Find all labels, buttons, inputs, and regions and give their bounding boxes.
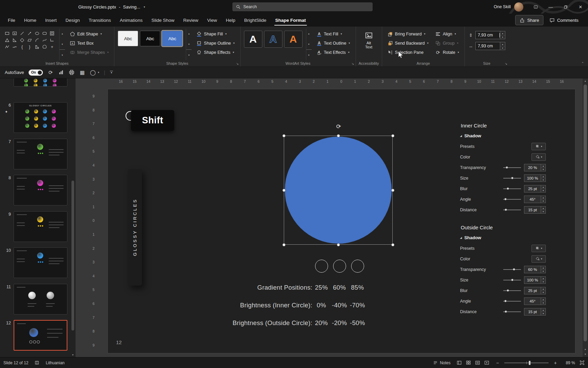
shape-style-preset-2[interactable]: Abc	[140, 31, 160, 46]
transparency-slider[interactable]	[503, 166, 521, 170]
spin-down-icon[interactable]: ▾	[541, 188, 545, 192]
tab-brightslide[interactable]: BrightSlide	[240, 14, 271, 27]
blur-value[interactable]: 25 pt	[524, 287, 541, 294]
selection-pane-button[interactable]: Selection Pane	[386, 48, 431, 57]
tab-file[interactable]: File	[3, 14, 20, 27]
zoom-value[interactable]: 89 %	[562, 361, 575, 365]
gallery-shape[interactable]	[18, 30, 26, 37]
gallery-shape[interactable]	[3, 44, 11, 50]
tab-view[interactable]: View	[203, 14, 222, 27]
chevron-down-icon[interactable]: ▾	[98, 71, 99, 74]
slide-10-thumbnail[interactable]	[14, 247, 67, 278]
shape-style-preset-1[interactable]: Abc	[118, 31, 138, 46]
style-more-icon[interactable]: ▾	[186, 49, 192, 60]
gallery-shape[interactable]	[48, 37, 56, 44]
comments-button[interactable]: Comments	[545, 15, 583, 25]
gallery-shape[interactable]: {	[18, 44, 26, 50]
slideshow-button[interactable]	[483, 359, 491, 367]
spin-down-icon[interactable]: ▾	[541, 311, 545, 315]
gallery-shape[interactable]	[26, 37, 33, 44]
angle-value[interactable]: 45°	[524, 196, 541, 203]
spin-up-icon[interactable]: ▴	[541, 298, 545, 301]
angle-value[interactable]: 45°	[524, 297, 541, 305]
blur-value[interactable]: 25 pt	[524, 185, 541, 193]
autosave-toggle[interactable]: On	[29, 70, 43, 76]
zoom-slider[interactable]	[504, 361, 549, 365]
spin-up-icon[interactable]: ▴	[541, 164, 545, 168]
avatar[interactable]	[514, 2, 523, 12]
gallery-shape[interactable]	[3, 37, 11, 44]
gallery-shape[interactable]	[41, 37, 48, 44]
ribbon-display-options-button[interactable]	[528, 0, 543, 14]
sample-circle[interactable]	[333, 260, 346, 273]
selection-handle[interactable]	[282, 134, 285, 137]
tab-review[interactable]: Review	[179, 14, 202, 27]
shape-outline-button[interactable]: Shape Outline▾	[194, 39, 236, 47]
edit-shape-button[interactable]: Edit Shape▾	[68, 30, 111, 38]
search-input[interactable]: Search	[232, 2, 373, 11]
angle-slider[interactable]	[503, 299, 521, 303]
shape-effects-button[interactable]: Shape Effects▾	[194, 48, 236, 57]
previous-slide-icon[interactable]: ▴	[583, 347, 588, 352]
gallery-shape[interactable]	[48, 30, 56, 37]
slider-knob[interactable]	[511, 177, 513, 179]
gallery-more-icon[interactable]: ▾	[60, 49, 65, 60]
selected-blue-circle-shape[interactable]	[285, 137, 392, 244]
style-up-icon[interactable]: ▴	[186, 29, 192, 39]
spin-down-icon[interactable]: ▾	[541, 290, 545, 294]
sample-circle[interactable]	[351, 260, 364, 273]
gradient-sample-circles[interactable]	[315, 260, 364, 273]
tab-design[interactable]: Design	[61, 14, 84, 27]
spin-down-icon[interactable]: ▾	[541, 178, 545, 182]
send-backward-button[interactable]: Send Backward▾	[386, 39, 431, 47]
tab-transitions[interactable]: Transitions	[84, 14, 116, 27]
slide-sorter-button[interactable]	[464, 359, 472, 367]
angle-slider[interactable]	[503, 197, 521, 201]
spin-up-icon[interactable]: ▴	[541, 175, 545, 178]
next-slide-icon[interactable]: ▾	[583, 352, 588, 357]
rotate-handle[interactable]: ⟳	[335, 123, 342, 130]
canvas-scrollbar[interactable]: ▴ ▴ ▾	[583, 78, 588, 357]
slide-thumbnail-partial[interactable]	[14, 78, 67, 87]
gallery-shape[interactable]	[33, 37, 41, 44]
spin-up-icon[interactable]: ▴	[541, 287, 545, 291]
gallery-shape[interactable]	[18, 37, 26, 44]
gallery-shape[interactable]	[41, 30, 48, 37]
spin-up-icon[interactable]: ▴	[541, 266, 545, 270]
spin-down-icon[interactable]: ▾	[541, 280, 545, 283]
slide-12-thumbnail[interactable]	[14, 320, 67, 351]
scrollbar-thumb[interactable]	[584, 85, 587, 341]
spin-up-icon[interactable]: ▴	[541, 277, 545, 280]
selection-handle[interactable]	[391, 243, 394, 246]
distance-value[interactable]: 15 pt	[524, 206, 541, 214]
spin-down-icon[interactable]: ▾	[500, 35, 505, 39]
spin-up-icon[interactable]: ▴	[541, 308, 545, 312]
gallery-shape[interactable]	[41, 44, 48, 50]
close-button[interactable]: ✕	[573, 0, 588, 14]
collapse-ribbon-icon[interactable]: ⌃	[581, 62, 584, 65]
gallery-shape[interactable]: +	[48, 44, 56, 50]
slide-9-thumbnail[interactable]	[14, 211, 67, 242]
presets-dropdown[interactable]: ▾	[532, 143, 546, 150]
selection-handle[interactable]	[337, 243, 340, 246]
slide-text-row[interactable]: Gradient Positions:25%60%85%	[204, 279, 374, 296]
notes-button[interactable]: Notes	[433, 360, 451, 365]
zoom-out-button[interactable]: −	[495, 360, 500, 366]
print-button[interactable]	[69, 70, 75, 75]
slider-knob[interactable]	[504, 198, 507, 200]
style-down-icon[interactable]: ▾	[186, 39, 192, 50]
glossy-circles-title-shape[interactable]: GLOSSY CIRCLES	[128, 169, 142, 286]
gallery-shape[interactable]	[11, 44, 18, 50]
minimize-button[interactable]: —	[543, 0, 558, 14]
spin-down-icon[interactable]: ▾	[541, 210, 545, 213]
alt-text-button[interactable]: Alt Text	[359, 29, 378, 60]
tab-shape-format[interactable]: Shape Format	[271, 14, 310, 27]
slide-8-thumbnail[interactable]	[14, 175, 67, 205]
dialog-launcher-icon[interactable]: ↘	[236, 62, 239, 65]
text-box-button[interactable]: AText Box	[68, 39, 111, 47]
spin-up-icon[interactable]: ▴	[500, 42, 505, 46]
selection-handle[interactable]	[282, 243, 285, 246]
wordart-preset-1[interactable]: A	[244, 31, 262, 48]
tab-insert[interactable]: Insert	[41, 14, 61, 27]
align-button[interactable]: Align▾	[433, 30, 461, 38]
